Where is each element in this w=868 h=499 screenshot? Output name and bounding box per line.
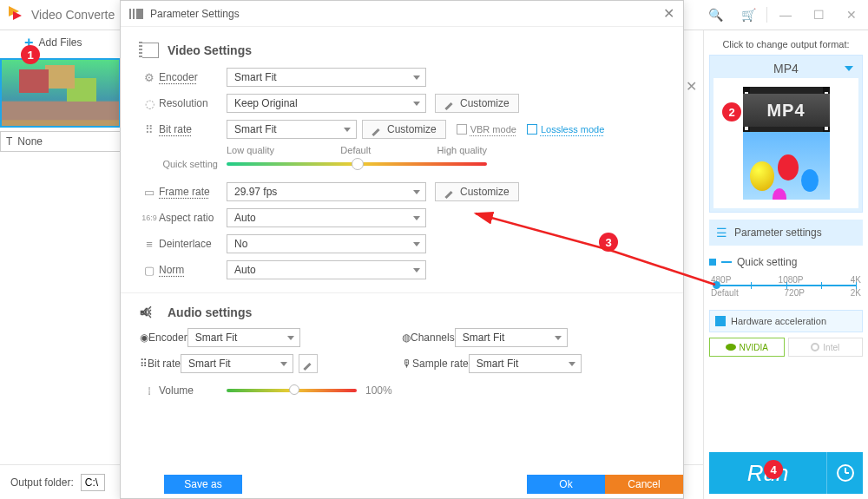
intel-icon — [811, 343, 819, 351]
row-audio2: ⠿ Bit rate Smart Fit 🎙 Sample rate Smart… — [140, 354, 664, 373]
parameter-settings-modal: Parameter Settings ✕ Video Settings ⚙ En… — [120, 0, 684, 499]
label-norm: Norm — [159, 264, 227, 276]
lossless-mode-checkbox[interactable]: Lossless mode — [527, 124, 604, 135]
cart-icon[interactable]: 🛒 — [732, 0, 765, 30]
row-bitrate: ⠿ Bit rate Smart Fit Customize VBR mode … — [140, 119, 664, 140]
maximize-icon[interactable]: ☐ — [802, 0, 835, 30]
volume-value: 100% — [365, 384, 392, 397]
slider-thumb-icon[interactable] — [352, 158, 364, 170]
speaker-icon: 🕬 — [140, 305, 159, 319]
run-bar: Run — [709, 452, 863, 494]
audio-encoder-icon: ◉ — [140, 332, 148, 344]
hardware-accel-label: Hardware acceleration — [731, 316, 826, 326]
titlebar-controls: 🔍 🛒 — ☐ ✕ — [699, 0, 868, 30]
callout-1: 1 — [21, 45, 40, 64]
customize-bitrate-button[interactable]: Customize — [362, 120, 446, 139]
select-value: Keep Original — [234, 97, 298, 109]
norm-icon: ▢ — [140, 264, 159, 277]
customize-resolution-button[interactable]: Customize — [435, 94, 519, 113]
subtitle-none-row[interactable]: T None — [0, 131, 121, 152]
section-title: Audio settings — [168, 305, 252, 319]
select-value: Smart Fit — [188, 358, 231, 370]
modal-title: Parameter Settings — [150, 8, 240, 20]
slider-thumb-icon[interactable] — [289, 384, 299, 395]
select-deinterlace[interactable]: No — [227, 234, 426, 253]
gpu-nvidia-button[interactable]: NVIDIA — [709, 338, 785, 357]
bitrate-icon: ⠿ — [140, 123, 159, 136]
output-folder-input[interactable] — [81, 474, 105, 491]
film-icon — [140, 43, 159, 58]
select-audio-bitrate[interactable]: Smart Fit — [181, 354, 293, 373]
aspect-icon: 16:9 — [140, 213, 159, 222]
select-norm[interactable]: Auto — [227, 260, 426, 279]
parameter-settings-label: Parameter settings — [734, 227, 822, 239]
mp4-band-label: MP4 — [743, 94, 830, 127]
row-framerate: ▭ Frame rate 29.97 fps Customize — [140, 181, 664, 202]
select-audio-encoder[interactable]: Smart Fit — [187, 328, 300, 347]
save-as-button[interactable]: Save as — [164, 475, 242, 494]
pencil-icon — [444, 98, 455, 108]
app-title: Video Converte — [31, 8, 115, 22]
resolution-slider[interactable] — [716, 285, 856, 286]
label-framerate: Frame rate — [159, 186, 227, 198]
cancel-button[interactable]: Cancel — [605, 475, 683, 494]
clock-icon — [837, 464, 854, 482]
sliders-icon — [129, 9, 143, 19]
video-thumbnail[interactable] — [0, 58, 121, 128]
label-channels: Channels — [411, 332, 455, 344]
quality-slider[interactable] — [227, 162, 487, 166]
right-column: Click to change output format: MP4 MP4 ☰… — [703, 30, 868, 499]
select-value: No — [234, 238, 247, 250]
panel-close-icon[interactable]: ✕ — [686, 78, 697, 95]
format-selector[interactable]: MP4 — [713, 59, 858, 78]
left-column: + Add Files T None — [0, 30, 122, 499]
select-framerate[interactable]: 29.97 fps — [227, 182, 426, 201]
button-label: Save as — [184, 478, 221, 490]
quick-setting-block: Quick setting 480P 1080P 4K Default 720P… — [709, 256, 863, 298]
customize-framerate-button[interactable]: Customize — [435, 182, 519, 201]
minimize-icon[interactable]: — — [769, 0, 802, 30]
select-value: Smart Fit — [195, 332, 238, 344]
add-files-button[interactable]: + Add Files — [0, 30, 121, 55]
select-channels[interactable]: Smart Fit — [455, 328, 568, 347]
resolution-icon: ◌ — [140, 97, 159, 110]
chip-icon — [715, 316, 726, 326]
select-aspect[interactable]: Auto — [227, 208, 426, 227]
modal-close-icon[interactable]: ✕ — [663, 5, 674, 22]
row-aspect: 16:9 Aspect ratio Auto — [140, 207, 664, 228]
search-icon[interactable]: 🔍 — [699, 0, 732, 30]
gpu-intel-button[interactable]: Intel — [788, 338, 864, 357]
select-video-bitrate[interactable]: Smart Fit — [227, 120, 357, 139]
close-icon[interactable]: ✕ — [835, 0, 868, 30]
modal-body: Video Settings ⚙ Encoder Smart Fit ◌ Res… — [121, 27, 683, 472]
slider-thumb-icon[interactable] — [713, 281, 720, 289]
gpu-label: NVIDIA — [740, 343, 768, 352]
edit-audio-bitrate-button[interactable] — [299, 354, 318, 373]
schedule-button[interactable] — [826, 452, 863, 494]
balloons-art — [743, 132, 830, 200]
modal-titlebar: Parameter Settings ✕ — [121, 1, 683, 27]
select-value: Smart Fit — [234, 71, 277, 83]
button-label: Customize — [387, 123, 437, 135]
select-resolution[interactable]: Keep Original — [227, 94, 426, 113]
quality-low-label: Low quality — [227, 145, 274, 155]
row-audio1: ◉ Encoder Smart Fit ◍ Channels Smart Fit — [140, 328, 664, 347]
output-folder-label: Output folder: — [10, 476, 74, 489]
volume-slider[interactable] — [227, 389, 357, 392]
format-hint: Click to change output format: — [709, 39, 863, 49]
format-preview: MP4 — [713, 78, 858, 208]
output-format-card[interactable]: MP4 MP4 — [709, 55, 863, 213]
parameter-settings-button[interactable]: ☰ Parameter settings — [709, 220, 863, 246]
checkbox-label: VBR mode — [470, 124, 516, 135]
select-samplerate[interactable]: Smart Fit — [469, 354, 582, 373]
select-video-encoder[interactable]: Smart Fit — [227, 68, 426, 87]
res-label: 720P — [785, 288, 805, 298]
vbr-mode-checkbox[interactable]: VBR mode — [457, 124, 516, 135]
deinterlace-icon: ≡ — [140, 238, 159, 251]
callout-3: 3 — [599, 233, 618, 252]
ok-button[interactable]: Ok — [527, 475, 605, 494]
quick-setting-label: Quick setting — [737, 256, 797, 268]
res-label: 2K — [851, 288, 861, 298]
quality-high-label: High quality — [437, 145, 487, 155]
hardware-accel-button[interactable]: Hardware acceleration — [709, 310, 863, 332]
